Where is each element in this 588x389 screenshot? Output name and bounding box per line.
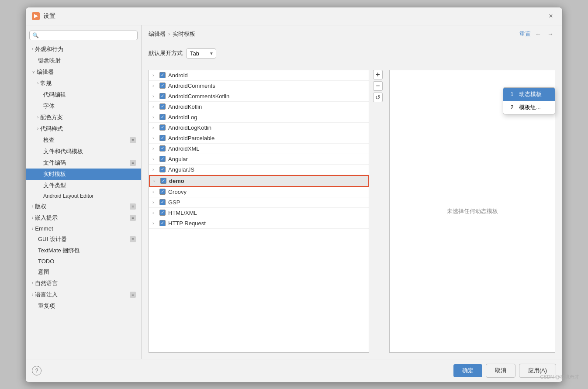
dropdown-item-1[interactable]: 2模板组... <box>503 101 555 114</box>
sidebar-label: 检查 <box>43 136 55 144</box>
sidebar-item-todo[interactable]: TODO <box>26 256 141 266</box>
sidebar-item-yitu[interactable]: 意图 <box>26 266 141 278</box>
tree-chevron-icon: › <box>152 189 157 194</box>
sidebar-item-font[interactable]: 字体 <box>26 100 141 112</box>
tree-checkbox[interactable] <box>159 199 166 205</box>
tree-item[interactable]: ›AndroidLogKotlin <box>149 123 369 133</box>
help-button[interactable]: ? <box>32 366 42 375</box>
tree-chevron-icon: › <box>152 115 157 120</box>
tree-checkbox[interactable] <box>159 135 166 141</box>
sidebar-item-file-encoding[interactable]: 文件编码≡ <box>26 157 141 169</box>
chevron-icon: › <box>37 81 38 86</box>
tree-item[interactable]: ›Android <box>149 70 369 81</box>
tree-checkbox[interactable] <box>159 124 166 131</box>
dropdown-item-label: 模板组... <box>519 103 541 111</box>
tree-checkbox[interactable] <box>159 220 166 226</box>
sidebar-item-lang-inject[interactable]: ›语言注入≡ <box>26 289 141 300</box>
tree-label: AndroidXML <box>168 145 200 152</box>
reset-button[interactable]: 重置 <box>519 30 531 38</box>
sidebar-item-emmet[interactable]: ›Emmet <box>26 224 141 234</box>
sidebar-label: Android Layout Editor <box>43 193 93 199</box>
search-input[interactable] <box>41 32 135 38</box>
sidebar-item-android-layout-editor[interactable]: Android Layout Editor <box>26 191 141 201</box>
forward-button[interactable]: → <box>546 30 555 38</box>
sidebar-label: Emmet <box>35 225 53 232</box>
tree-label: AndroidKotlin <box>168 103 202 110</box>
back-button[interactable]: ← <box>533 30 543 38</box>
app-icon: ▶ <box>32 12 40 20</box>
sidebar-item-code-edit[interactable]: 代码编辑 <box>26 89 141 100</box>
tree-checkbox[interactable] <box>159 145 166 151</box>
ext-icon: ≡ <box>130 236 136 242</box>
undo-button[interactable]: ↺ <box>373 93 383 102</box>
sidebar-item-file-template[interactable]: 文件和代码模板 <box>26 146 141 157</box>
tree-item[interactable]: ›Groovy <box>149 187 369 197</box>
tree-checkbox[interactable] <box>159 93 166 99</box>
tree-chevron-icon: › <box>152 157 157 162</box>
dropdown-item-0[interactable]: 1动态模板 <box>503 88 555 101</box>
cancel-button[interactable]: 取消 <box>486 364 515 378</box>
dropdown-item-num: 1 <box>508 91 515 97</box>
sidebar-item-inspection[interactable]: 检查≡ <box>26 134 141 146</box>
tree-chevron-icon: › <box>153 179 158 183</box>
tree-checkbox[interactable] <box>159 114 166 120</box>
tree-checkbox[interactable] <box>160 178 166 184</box>
sidebar-item-appearance[interactable]: ›外观和行为 <box>26 44 141 55</box>
tree-item[interactable]: ›HTML/XML <box>149 208 369 218</box>
tree-item[interactable]: ›AndroidLog <box>149 112 369 123</box>
tree-chevron-icon: › <box>152 136 157 141</box>
sidebar-label: 文件类型 <box>43 182 66 189</box>
breadcrumb-sep: › <box>168 31 170 37</box>
sidebar-item-code-style[interactable]: ›代码样式 <box>26 123 141 134</box>
tree-checkbox[interactable] <box>159 103 166 110</box>
sidebar-item-live-templates[interactable]: 实时模板 <box>26 169 141 180</box>
tree-item[interactable]: ›AngularJS <box>149 165 369 175</box>
sidebar-item-duplicate[interactable]: 重复项 <box>26 300 141 312</box>
remove-button[interactable]: − <box>373 81 383 91</box>
search-icon: 🔍 <box>32 32 39 38</box>
sidebar-item-copyright[interactable]: ›版权≡ <box>26 201 141 212</box>
tree-checkbox[interactable] <box>159 189 166 195</box>
expand-row: 默认展开方式 Tab Space Enter ▼ <box>142 43 562 64</box>
tree-chevron-icon: › <box>152 104 157 109</box>
tree-checkbox[interactable] <box>159 156 166 162</box>
close-button[interactable]: × <box>546 11 556 21</box>
tree-checkbox[interactable] <box>159 210 166 216</box>
sidebar-label: TODO <box>38 258 54 265</box>
tree-checkbox[interactable] <box>159 83 166 89</box>
sidebar-item-natural-lang[interactable]: ›自然语言 <box>26 278 141 289</box>
sidebar-item-color[interactable]: ›配色方案 <box>26 112 141 123</box>
tree-item[interactable]: ›Angular <box>149 154 369 165</box>
ok-button[interactable]: 确定 <box>453 364 482 377</box>
tree-item[interactable]: ›demo <box>149 175 369 187</box>
tree-chevron-icon: › <box>152 221 157 226</box>
sidebar-item-file-types[interactable]: 文件类型 <box>26 180 141 191</box>
chevron-icon: › <box>32 204 33 209</box>
chevron-icon: › <box>32 47 33 52</box>
tree-item[interactable]: ›AndroidXML <box>149 144 369 154</box>
dropdown-item-label: 动态模板 <box>519 90 542 98</box>
tree-item[interactable]: ›HTTP Request <box>149 218 369 229</box>
tree-item[interactable]: ›AndroidComments <box>149 81 369 91</box>
breadcrumb-current: 实时模板 <box>173 30 195 38</box>
sidebar-label: 实时模板 <box>43 170 66 178</box>
tree-checkbox[interactable] <box>159 166 166 172</box>
sidebar-item-embed-tips[interactable]: ›嵌入提示≡ <box>26 212 141 224</box>
sidebar-item-general[interactable]: ›常规 <box>26 78 141 89</box>
tree-chevron-icon: › <box>152 200 157 205</box>
tree-item[interactable]: ›AndroidParcelable <box>149 133 369 144</box>
sidebar-item-editor[interactable]: ∨编辑器 <box>26 66 141 78</box>
tree-item[interactable]: ›AndroidCommentsKotlin <box>149 91 369 102</box>
sidebar-item-textmate[interactable]: TextMate 捆绑包 <box>26 245 141 256</box>
tree-item[interactable]: ›AndroidKotlin <box>149 102 369 112</box>
tree-item[interactable]: ›GSP <box>149 197 369 208</box>
chevron-icon: ∨ <box>32 69 35 74</box>
sidebar-label: GUI 设计器 <box>38 235 67 243</box>
expand-select[interactable]: Tab Space Enter <box>186 48 216 59</box>
add-button[interactable]: + <box>373 70 383 79</box>
sidebar-item-gui-designer[interactable]: GUI 设计器≡ <box>26 234 141 245</box>
search-box: 🔍 <box>29 31 138 40</box>
sidebar-item-keyboard[interactable]: 键盘映射 <box>26 55 141 66</box>
tree-checkbox[interactable] <box>159 72 166 78</box>
tree-chevron-icon: › <box>152 73 157 78</box>
